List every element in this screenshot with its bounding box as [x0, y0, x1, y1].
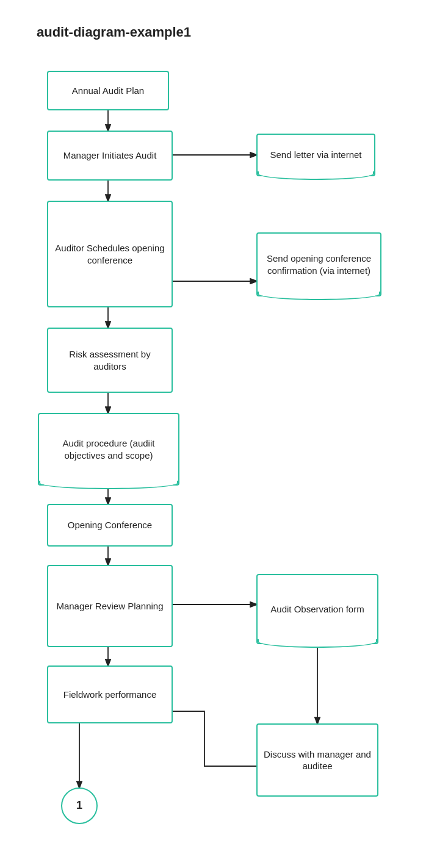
- circle-1-box: 1: [61, 787, 98, 824]
- audit-observation-box: Audit Observation form: [256, 574, 378, 644]
- audit-procedure-box: Audit procedure (audiit objectives and s…: [38, 413, 179, 486]
- annual-audit-plan-box: Annual Audit Plan: [47, 71, 169, 110]
- manager-initiates-box: Manager Initiates Audit: [47, 131, 173, 181]
- auditor-schedules-box: Auditor Schedules opening conference: [47, 201, 173, 307]
- fieldwork-box: Fieldwork performance: [47, 665, 173, 723]
- diagram-container: Annual Audit Plan Manager Initiates Audi…: [0, 52, 448, 858]
- discuss-box: Discuss with manager and auditee: [256, 723, 378, 797]
- manager-review-box: Manager Review Planning: [47, 565, 173, 647]
- send-opening-box: Send opening conference confirmation (vi…: [256, 232, 381, 296]
- opening-conference-box: Opening Conference: [47, 504, 173, 547]
- send-letter-box: Send letter via internet: [256, 134, 375, 176]
- page-title: audit-diagram-example1: [0, 0, 448, 52]
- risk-assessment-box: Risk assessment by auditors: [47, 328, 173, 393]
